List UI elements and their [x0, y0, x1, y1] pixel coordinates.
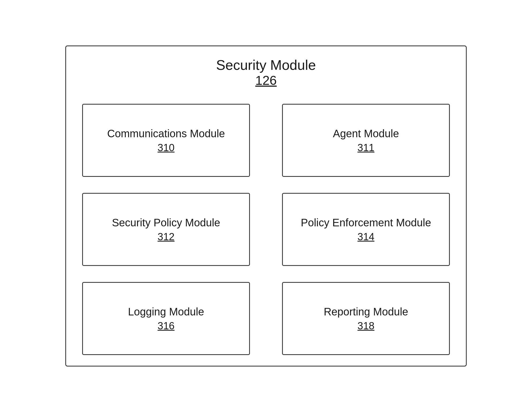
reporting-module-name: Reporting Module	[324, 305, 408, 318]
logging-module-box: Logging Module 316	[82, 282, 250, 355]
policy-enforcement-module-name: Policy Enforcement Module	[301, 216, 431, 229]
modules-grid: Communications Module 310 Agent Module 3…	[82, 104, 450, 355]
agent-module-name: Agent Module	[333, 127, 399, 140]
security-policy-module-number: 312	[158, 231, 174, 243]
policy-enforcement-module-number: 314	[358, 231, 374, 243]
diagram-outer-box: Security Module 126 Communications Modul…	[65, 45, 467, 367]
main-title-text: Security Module	[216, 57, 316, 73]
communications-module-number: 310	[158, 142, 174, 154]
logging-module-number: 316	[158, 320, 174, 332]
reporting-module-number: 318	[358, 320, 374, 332]
policy-enforcement-module-box: Policy Enforcement Module 314	[282, 193, 450, 266]
main-title-block: Security Module 126	[216, 57, 316, 88]
reporting-module-box: Reporting Module 318	[282, 282, 450, 355]
agent-module-box: Agent Module 311	[282, 104, 450, 177]
communications-module-name: Communications Module	[107, 127, 225, 140]
main-title-number: 126	[216, 73, 316, 88]
security-policy-module-box: Security Policy Module 312	[82, 193, 250, 266]
security-policy-module-name: Security Policy Module	[112, 216, 220, 229]
agent-module-number: 311	[358, 142, 374, 154]
logging-module-name: Logging Module	[128, 305, 204, 318]
communications-module-box: Communications Module 310	[82, 104, 250, 177]
